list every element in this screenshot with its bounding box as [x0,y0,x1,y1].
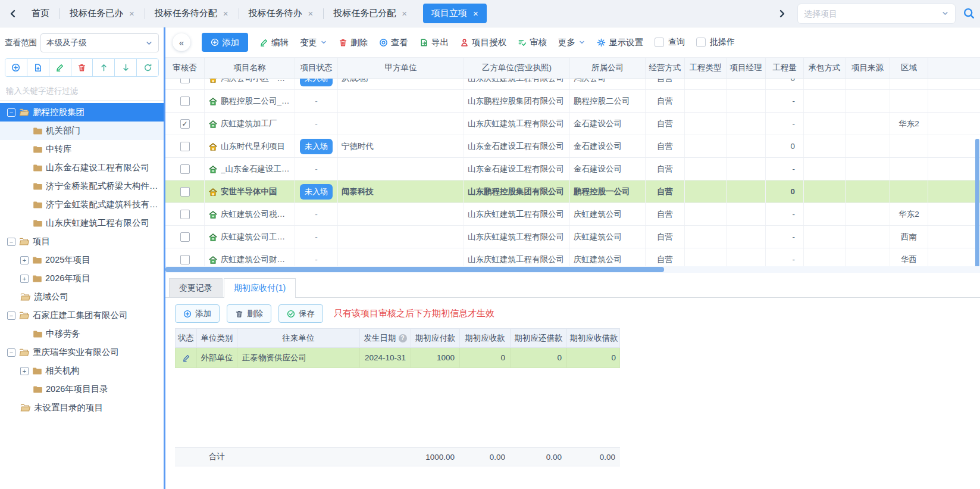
project-row[interactable]: 鸿庆公司小区一期基…未入场从成地产山东庆虹建筑工程有限公司鸿庆公司自营0 [165,79,980,90]
scroll-tabs-left-icon[interactable] [5,5,21,22]
collapse-node-icon[interactable]: − [7,108,15,117]
tab-item[interactable]: 投标任务待分配× [145,0,239,27]
collapse-node-icon[interactable]: − [7,312,15,320]
project-select[interactable] [797,4,956,24]
collapse-panel-button[interactable]: « [173,33,190,51]
button-label: 编辑 [271,37,289,48]
status-text: - [315,210,318,219]
tree-node[interactable]: 机关部门 [0,122,164,140]
project-row[interactable]: 庆虹建筑公司工资核…-山东庆虹建筑工程有限公司庆虹建筑公司自营-西南 [165,226,980,248]
row-checkbox[interactable] [180,255,190,264]
tree-node[interactable]: −项目 [0,232,164,251]
edit-row-pencil-icon[interactable] [182,354,190,362]
expand-node-icon[interactable]: + [20,275,29,283]
导出-button[interactable]: 导出 [419,37,449,48]
detail-tab-active[interactable]: 期初应收付(1) [224,278,296,298]
row-checkbox[interactable] [180,164,190,174]
project-row[interactable]: 庆虹建筑公司财务核…-山东庆虹建筑工程有限公司庆虹建筑公司自营-华西 [165,248,980,266]
添加-button[interactable]: 添加 [175,304,220,323]
search-icon[interactable] [963,7,975,20]
tab-active[interactable]: 项目立项× [423,4,487,23]
tree-node[interactable]: 2026年项目目录 [0,380,164,398]
tree-toolbar-trash-button[interactable] [71,59,93,76]
tree-node[interactable]: 未设置目录的项目 [0,398,164,417]
row-checkbox[interactable]: ✓ [180,119,190,129]
row-filler [928,226,980,248]
tree-toolbar-arrow-up-button[interactable] [92,59,114,76]
tree-node[interactable]: +2026年项目 [0,269,164,288]
balance-row[interactable]: 外部单位正泰物资供应公司2024-10-311000000 [175,348,620,368]
tab-item[interactable]: 投标任务已办× [60,0,145,27]
party-b-cell: 山东庆虹建筑工程有限公司 [464,248,570,266]
question-circle-icon[interactable]: ? [399,334,407,342]
tab-item[interactable]: 投标任务已分配× [323,0,417,27]
project-row[interactable]: 庆虹建筑公司税金核…-山东庆虹建筑工程有限公司庆虹建筑公司自营-华东2 [165,203,980,226]
项目授权-button[interactable]: 项目授权 [460,37,506,48]
row-checkbox[interactable] [180,210,190,219]
row-checkbox[interactable] [180,96,190,106]
查看-button[interactable]: 查看 [379,37,408,48]
删除-button[interactable]: 删除 [227,304,271,323]
tree-node[interactable]: 山东庆虹建筑工程有限公司 [0,214,164,232]
tree-filter-input[interactable] [0,82,164,101]
tree-node[interactable]: −石家庄建工集团有限公司 [0,306,164,325]
expand-node-icon[interactable]: + [20,256,29,264]
project-row[interactable]: 山东时代垦利项目未入场宁德时代山东金石建设工程有限公司金石建设公司自营0 [165,135,980,158]
close-tab-icon[interactable]: × [402,8,407,18]
tree-node[interactable]: −鹏程控股集团 [0,103,164,122]
project-row[interactable]: 鹏程控股二公司_山东…-山东鹏程控股集团有限公司鹏程控股二公司自营- [165,90,980,113]
horizontal-scrollbar[interactable] [165,266,980,273]
row-checkbox[interactable] [180,187,190,197]
project-row[interactable]: _山东金石建设工程有…-山东金石建设工程有限公司金石建设公司自营- [165,158,980,180]
project-row[interactable]: 安世半导体中国未入场闻泰科技山东鹏程控股集团有限公司鹏程控股一公司自营0 [165,180,980,203]
tab-label: 首页 [32,8,49,19]
tree-node[interactable]: 济宁金桥装配式桥梁大构件有限公司 [0,177,164,195]
tab-item[interactable]: 投标任务待办× [239,0,324,27]
tree-toolbar-refresh-button[interactable] [136,59,158,76]
collapse-node-icon[interactable]: − [7,238,15,246]
批操作-checkbox[interactable]: 批操作 [696,37,735,48]
close-tab-icon[interactable]: × [223,8,228,18]
manager-cell [727,203,766,225]
expand-node-icon[interactable]: + [20,367,29,375]
chevron-down-icon[interactable] [941,10,949,17]
tree-toolbar-doc-add-button[interactable] [27,59,49,76]
删除-button[interactable]: 删除 [339,37,368,48]
tab-item[interactable]: 首页 [21,0,60,27]
row-checkbox[interactable] [180,79,190,83]
tree-node[interactable]: 济宁金虹装配式建筑科技有限公司 [0,195,164,214]
保存-button[interactable]: 保存 [278,304,323,323]
变更-button[interactable]: 变更 [300,37,327,48]
tree-node[interactable]: 中移劳务 [0,325,164,343]
project-row[interactable]: ✓庆虹建筑加工厂-山东庆虹建筑工程有限公司金石建设公司自营-华东2 [165,113,980,135]
detail-tab-item[interactable]: 变更记录 [169,278,223,297]
scope-select[interactable]: 本级及子级 [40,33,159,52]
tree-toolbar-pencil-button[interactable] [49,59,71,76]
更多-button[interactable]: 更多 [558,37,586,48]
project-select-input[interactable] [804,9,941,18]
row-checkbox[interactable] [180,232,190,242]
审核-button[interactable]: 审核 [518,37,547,48]
查询-checkbox[interactable]: 查询 [655,37,685,48]
horizontal-scrollbar-thumb[interactable] [165,267,664,272]
显示设置-button[interactable]: 显示设置 [597,37,643,48]
添加-button[interactable]: 添加 [202,33,248,52]
row-checkbox[interactable] [180,142,190,151]
tree-toolbar-circle-plus-button[interactable] [5,59,27,76]
collapse-node-icon[interactable]: − [7,348,15,357]
tree-node[interactable]: +2025年项目 [0,251,164,269]
close-tab-icon[interactable]: × [308,8,314,18]
vertical-scrollbar[interactable] [975,139,979,270]
close-tab-icon[interactable]: × [129,8,134,18]
tree-node[interactable]: +相关机构 [0,362,164,380]
编辑-button[interactable]: 编辑 [259,37,289,48]
tree-node[interactable]: 山东金石建设工程有限公司 [0,158,164,177]
close-tab-icon[interactable]: × [473,8,478,18]
tree-node[interactable]: 中转库 [0,140,164,158]
scroll-tabs-right-icon[interactable] [774,5,790,22]
tree-node[interactable]: 流域公司 [0,288,164,306]
tree-node[interactable]: −重庆瑞华实业有限公司 [0,343,164,362]
tree-toolbar-arrow-down-button[interactable] [114,59,136,76]
checkbox-box[interactable] [696,38,706,47]
checkbox-box[interactable] [655,38,664,47]
